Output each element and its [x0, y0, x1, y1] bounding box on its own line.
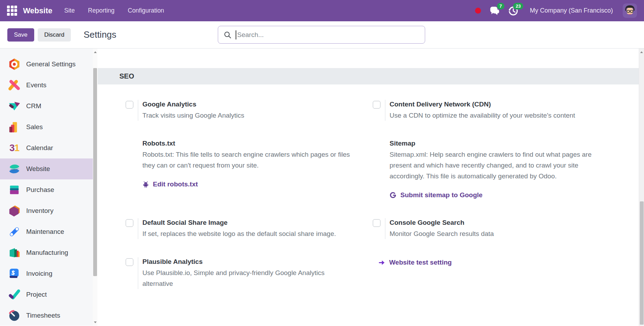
sidebar-item-label: Events [26, 81, 46, 89]
company-switcher[interactable]: My Company (San Francisco) [530, 7, 613, 14]
robot-icon [142, 181, 149, 188]
search-input[interactable] [237, 31, 420, 39]
setting-plausible-analytics: Plausible Analytics Use Plausible.io, Si… [126, 257, 373, 289]
plausible-checkbox[interactable] [126, 258, 133, 266]
setting-description: Track visits using Google Analytics [142, 110, 244, 121]
sidebar-item-manufacturing[interactable]: Manufacturing [0, 242, 93, 263]
manufacturing-app-icon [8, 246, 21, 259]
settings-panel: SEO Google Analytics Track visits using … [98, 49, 644, 326]
submit-sitemap-link[interactable]: Submit sitemap to Google [390, 191, 482, 199]
general-settings-app-icon [8, 58, 21, 71]
settings-grid: Google Analytics Track visits using Goog… [126, 100, 599, 289]
setting-description: If set, replaces the website logo as the… [142, 228, 336, 239]
setting-title: Google Analytics [142, 100, 244, 109]
activities-icon[interactable]: 23 [508, 6, 519, 16]
setting-title: Plausible Analytics [142, 257, 351, 266]
text-caret [236, 30, 236, 39]
scroll-up-arrow-icon[interactable] [93, 50, 97, 54]
scroll-down-arrow-icon[interactable] [93, 320, 97, 325]
sidebar-item-label: Purchase [26, 186, 54, 194]
sidebar-item-events[interactable]: Events [0, 75, 93, 96]
sidebar-item-general-settings[interactable]: General Settings [0, 54, 93, 75]
sidebar-item-timesheets[interactable]: Timesheets [0, 305, 93, 326]
inventory-app-icon [8, 204, 21, 217]
navbar-menu: Site Reporting Configuration [64, 7, 164, 14]
sidebar-item-label: Inventory [26, 207, 53, 215]
crm-app-icon [8, 99, 21, 113]
edit-robots-link[interactable]: Edit robots.txt [142, 180, 198, 188]
main-scrollbar[interactable] [639, 49, 644, 326]
menu-site[interactable]: Site [64, 7, 75, 14]
sidebar-item-project[interactable]: Project [0, 284, 93, 305]
purchase-app-icon [8, 183, 21, 197]
top-navbar: Website Site Reporting Configuration 7 2… [0, 0, 644, 21]
setting-social-share-image: Default Social Share Image If set, repla… [126, 218, 373, 239]
page-title: Settings [83, 29, 116, 40]
menu-configuration[interactable]: Configuration [128, 7, 164, 14]
sidebar-item-label: General Settings [26, 60, 76, 68]
sidebar-item-label: Timesheets [26, 312, 60, 319]
invoicing-app-icon [8, 267, 21, 280]
search-box[interactable] [218, 26, 425, 44]
sidebar-item-label: Calendar [26, 144, 53, 152]
sidebar-item-purchase[interactable]: Purchase [0, 179, 93, 200]
app-name[interactable]: Website [23, 6, 52, 15]
sidebar-item-label: Manufacturing [26, 249, 68, 257]
setting-description: Sitemap.xml: Help search engine crawlers… [390, 149, 599, 181]
console-google-search-checkbox[interactable] [373, 219, 380, 227]
scroll-up-arrow-icon[interactable] [639, 50, 644, 54]
timesheets-app-icon [8, 309, 21, 322]
record-status-dot [475, 8, 481, 14]
search-icon [224, 31, 231, 39]
setting-description: Use a CDN to optimize the availability o… [390, 110, 575, 121]
setting-description: Use Plausible.io, Simple and privacy-fri… [142, 267, 351, 289]
settings-sidebar: General Settings Events [0, 49, 98, 326]
google-analytics-checkbox[interactable] [126, 101, 133, 109]
website-test-setting-link[interactable]: Website test setting [379, 259, 452, 266]
setting-console-google-search: Console Google Search Monitor Google Sea… [373, 218, 599, 239]
sidebar-item-website[interactable]: Website [0, 158, 93, 179]
events-app-icon [8, 79, 21, 92]
setting-title: Robots.txt [142, 139, 356, 148]
sidebar-scrollbar-thumb[interactable] [93, 68, 97, 276]
sidebar-item-inventory[interactable]: Inventory [0, 200, 93, 221]
sidebar-item-calendar[interactable]: 31 Calendar [0, 138, 93, 158]
social-share-checkbox[interactable] [126, 219, 133, 227]
maintenance-app-icon [8, 225, 21, 238]
arrow-right-icon [379, 259, 385, 266]
main-scrollbar-thumb[interactable] [640, 201, 644, 325]
menu-reporting[interactable]: Reporting [88, 7, 114, 14]
sidebar-scrollbar[interactable] [93, 49, 97, 326]
user-avatar[interactable] [623, 3, 637, 18]
control-panel: Save Discard Settings [0, 21, 644, 49]
sidebar-item-invoicing[interactable]: Invoicing [0, 263, 93, 284]
sidebar-item-maintenance[interactable]: Maintenance [0, 221, 93, 242]
setting-title: Default Social Share Image [142, 218, 336, 227]
sidebar-item-label: Invoicing [26, 270, 52, 277]
link-label: Submit sitemap to Google [400, 191, 482, 199]
setting-robots-txt: Robots.txt Robots.txt: This file tells t… [126, 139, 373, 200]
setting-cdn: Content Delivery Network (CDN) Use a CDN… [373, 100, 599, 121]
sidebar-item-crm[interactable]: CRM [0, 96, 93, 117]
discard-button[interactable]: Discard [38, 28, 71, 42]
setting-description: Monitor Google Search results data [390, 228, 494, 239]
cdn-checkbox[interactable] [373, 101, 380, 109]
setting-google-analytics: Google Analytics Track visits using Goog… [126, 100, 373, 121]
apps-grid-icon[interactable] [7, 6, 17, 16]
sidebar-item-label: Sales [26, 123, 43, 131]
google-g-icon [390, 192, 397, 199]
seo-section-header: SEO [98, 68, 639, 84]
messages-icon[interactable]: 7 [489, 6, 500, 16]
sales-app-icon [8, 120, 21, 134]
setting-title: Console Google Search [390, 218, 494, 227]
messages-badge: 7 [497, 3, 504, 10]
setting-description: Robots.txt: This file tells to search en… [142, 149, 356, 171]
sidebar-item-label: CRM [26, 102, 41, 110]
setting-title: Sitemap [390, 139, 599, 148]
setting-sitemap: Sitemap Sitemap.xml: Help search engine … [373, 139, 599, 200]
save-button[interactable]: Save [7, 28, 34, 42]
link-label: Website test setting [389, 259, 452, 266]
sidebar-item-sales[interactable]: Sales [0, 117, 93, 138]
setting-title: Content Delivery Network (CDN) [390, 100, 575, 109]
project-app-icon [8, 288, 21, 301]
